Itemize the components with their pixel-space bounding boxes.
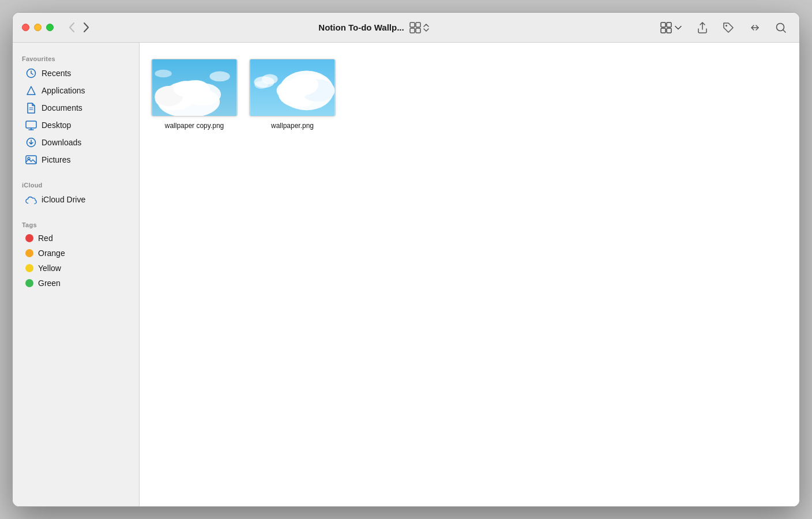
- sidebar-item-tag-orange[interactable]: Orange: [16, 246, 136, 261]
- tags-label: Tags: [13, 216, 139, 231]
- tag-dot-red: [25, 234, 33, 242]
- desktop-icon: [25, 119, 37, 131]
- file-browser: wallpaper copy.png: [140, 43, 799, 506]
- sidebar-item-applications[interactable]: Applications: [16, 82, 136, 99]
- svg-rect-4: [661, 22, 666, 27]
- titlebar: Notion To-do Wallp...: [13, 13, 799, 43]
- svg-rect-0: [410, 22, 415, 27]
- svg-point-26: [209, 72, 230, 82]
- file-item-wallpaper[interactable]: wallpaper.png: [249, 54, 336, 136]
- sidebar-label-tag-yellow: Yellow: [38, 264, 61, 273]
- file-name-wallpaper-copy: wallpaper copy.png: [165, 121, 224, 131]
- search-button[interactable]: [772, 20, 790, 36]
- more-icon: [749, 21, 761, 34]
- sidebar-item-tag-yellow[interactable]: Yellow: [16, 261, 136, 276]
- chevron-updown-icon: [423, 24, 430, 32]
- sidebar-item-documents[interactable]: Documents: [16, 99, 136, 116]
- minimize-button[interactable]: [34, 24, 42, 31]
- nav-buttons: [65, 20, 93, 35]
- title-area: Notion To-do Wallp...: [93, 21, 655, 34]
- sidebar-label-tag-green: Green: [38, 279, 61, 288]
- forward-button[interactable]: [80, 20, 93, 35]
- sidebar-label-recents: Recents: [42, 69, 71, 78]
- sidebar-label-icloud-drive: iCloud Drive: [42, 195, 85, 204]
- svg-point-37: [254, 81, 268, 89]
- tag-dot-orange: [25, 249, 33, 257]
- share-icon: [697, 21, 708, 34]
- toolbar-right: [655, 19, 790, 36]
- sidebar-label-tag-red: Red: [38, 234, 53, 243]
- sidebar-label-tag-orange: Orange: [38, 249, 65, 258]
- back-button[interactable]: [65, 20, 78, 35]
- tag-button[interactable]: [719, 19, 738, 36]
- svg-point-25: [186, 80, 208, 95]
- svg-rect-5: [667, 22, 671, 27]
- documents-icon: [25, 102, 37, 114]
- favourites-label: Favourites: [13, 50, 139, 65]
- dropdown-chevron-icon: [675, 25, 682, 30]
- svg-point-27: [155, 70, 171, 78]
- file-thumbnail-wallpaper: [249, 59, 336, 116]
- sidebar-label-downloads: Downloads: [42, 138, 81, 147]
- tag-dot-yellow: [25, 264, 33, 272]
- svg-rect-7: [667, 28, 671, 33]
- sidebar-item-pictures[interactable]: Pictures: [16, 151, 136, 168]
- sidebar-label-desktop: Desktop: [42, 121, 71, 130]
- content-area: Favourites Recents Applicati: [13, 43, 799, 506]
- sidebar-item-downloads[interactable]: Downloads: [16, 134, 136, 151]
- sidebar: Favourites Recents Applicati: [13, 43, 140, 506]
- sidebar-item-tag-red[interactable]: Red: [16, 231, 136, 246]
- svg-rect-13: [26, 121, 36, 128]
- svg-rect-3: [416, 28, 420, 33]
- sidebar-label-pictures: Pictures: [42, 155, 71, 164]
- icloud-label: iCloud: [13, 176, 139, 191]
- sidebar-divider-2: [13, 212, 139, 212]
- svg-rect-2: [410, 28, 415, 33]
- view-switcher[interactable]: [409, 21, 430, 34]
- tag-dot-green: [25, 279, 33, 287]
- search-icon: [775, 22, 787, 33]
- grid-large-icon: [660, 21, 672, 34]
- sidebar-item-desktop[interactable]: Desktop: [16, 116, 136, 134]
- svg-rect-1: [416, 22, 420, 27]
- sidebar-label-applications: Applications: [42, 86, 85, 95]
- svg-point-8: [725, 25, 727, 27]
- file-item-wallpaper-copy[interactable]: wallpaper copy.png: [151, 54, 238, 136]
- sidebar-label-documents: Documents: [42, 103, 82, 112]
- finder-window: Notion To-do Wallp...: [12, 12, 800, 507]
- svg-point-34: [277, 80, 309, 100]
- sidebar-item-icloud-drive[interactable]: iCloud Drive: [16, 191, 136, 208]
- pictures-icon: [25, 154, 37, 166]
- svg-rect-6: [661, 28, 666, 33]
- sidebar-divider-1: [13, 172, 139, 172]
- traffic-lights: [22, 24, 54, 31]
- file-thumbnail-wallpaper-copy: [151, 59, 238, 116]
- recents-icon: [25, 67, 37, 79]
- share-button[interactable]: [693, 19, 712, 36]
- downloads-icon: [25, 137, 37, 148]
- file-grid: wallpaper copy.png: [151, 54, 788, 136]
- view-options-button[interactable]: [655, 19, 686, 36]
- applications-icon: [25, 85, 37, 96]
- more-button[interactable]: [745, 19, 765, 36]
- grid-small-icon: [409, 21, 422, 34]
- close-button[interactable]: [22, 24, 29, 31]
- icloud-icon: [25, 194, 37, 205]
- sidebar-item-tag-green[interactable]: Green: [16, 276, 136, 291]
- tag-icon: [722, 21, 735, 34]
- window-title: Notion To-do Wallp...: [318, 22, 404, 32]
- file-name-wallpaper: wallpaper.png: [271, 121, 314, 131]
- svg-rect-15: [26, 156, 36, 164]
- sidebar-item-recents[interactable]: Recents: [16, 65, 136, 82]
- maximize-button[interactable]: [46, 24, 54, 31]
